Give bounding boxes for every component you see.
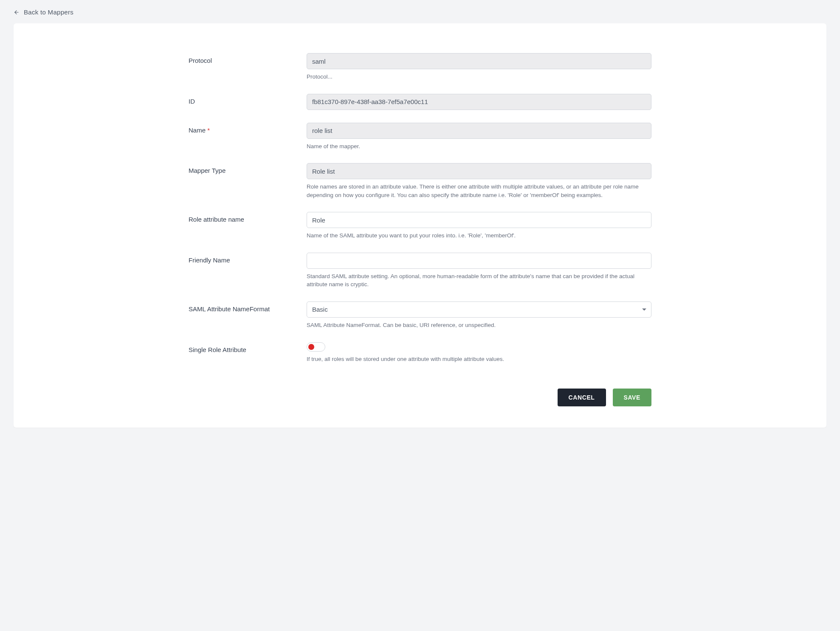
field-row-id: ID (189, 94, 651, 110)
back-link-label: Back to Mappers (24, 8, 73, 16)
saml-nameformat-select[interactable]: Basic (307, 301, 651, 318)
field-row-friendly-name: Friendly Name Standard SAML attribute se… (189, 253, 651, 289)
required-mark: * (207, 127, 210, 134)
field-row-single-role-attr: Single Role Attribute If true, all roles… (189, 342, 651, 363)
saml-nameformat-help: SAML Attribute NameFormat. Can be basic,… (307, 321, 651, 330)
friendly-name-label: Friendly Name (189, 253, 307, 264)
single-role-attr-help: If true, all roles will be stored under … (307, 355, 651, 363)
mapper-type-input (307, 163, 651, 179)
field-row-saml-nameformat: SAML Attribute NameFormat Basic SAML Att… (189, 301, 651, 330)
cancel-button[interactable]: CANCEL (558, 389, 606, 406)
role-attr-name-input[interactable] (307, 212, 651, 228)
saml-nameformat-label: SAML Attribute NameFormat (189, 301, 307, 313)
friendly-name-help: Standard SAML attribute setting. An opti… (307, 272, 651, 289)
name-label-text: Name (189, 127, 206, 134)
single-role-attr-toggle[interactable] (307, 342, 325, 352)
role-attr-name-help: Name of the SAML attribute you want to p… (307, 231, 651, 240)
form-actions: CANCEL SAVE (189, 389, 651, 406)
protocol-label: Protocol (189, 53, 307, 64)
name-label: Name * (189, 123, 307, 134)
field-row-name: Name * Name of the mapper. (189, 123, 651, 151)
toggle-knob (308, 344, 314, 350)
id-input (307, 94, 651, 110)
id-label: ID (189, 94, 307, 105)
friendly-name-input[interactable] (307, 253, 651, 269)
protocol-help: Protocol... (307, 73, 651, 81)
arrow-left-icon (14, 9, 20, 15)
field-row-mapper-type: Mapper Type Role names are stored in an … (189, 163, 651, 199)
mapper-type-help: Role names are stored in an attribute va… (307, 183, 651, 199)
protocol-input (307, 53, 651, 69)
name-input (307, 123, 651, 139)
field-row-protocol: Protocol Protocol... (189, 53, 651, 81)
mapper-form-card: Protocol Protocol... ID Name * (14, 23, 826, 428)
back-to-mappers-link[interactable]: Back to Mappers (14, 8, 73, 16)
save-button[interactable]: SAVE (613, 389, 652, 406)
role-attr-name-label: Role attribute name (189, 212, 307, 223)
mapper-type-label: Mapper Type (189, 163, 307, 174)
field-row-role-attr-name: Role attribute name Name of the SAML att… (189, 212, 651, 240)
single-role-attr-label: Single Role Attribute (189, 342, 307, 353)
name-help: Name of the mapper. (307, 142, 651, 151)
